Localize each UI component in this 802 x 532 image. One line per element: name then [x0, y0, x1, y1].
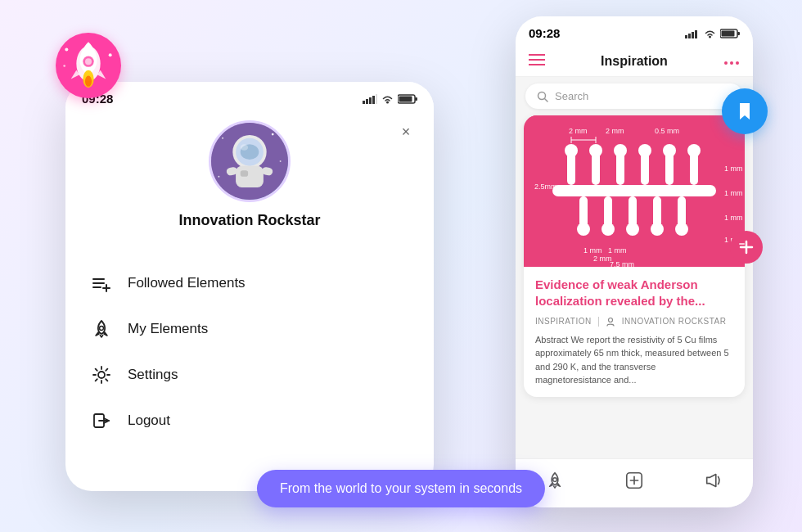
status-icons-left — [363, 94, 417, 104]
svg-point-64 — [638, 144, 651, 157]
svg-point-4 — [85, 75, 92, 86]
avatar — [209, 120, 291, 202]
svg-rect-42 — [695, 30, 697, 38]
svg-rect-39 — [685, 35, 687, 38]
svg-point-21 — [218, 176, 219, 178]
search-icon — [537, 91, 548, 102]
bookmark-icon — [733, 100, 756, 123]
dimension-diagram: 2 mm 2 mm 0.5 mm 2.5mm 1 mm 1 mm 1 mm 1 … — [524, 115, 745, 267]
nav-bar-right: Inspiration — [516, 47, 753, 77]
card-title: Evidence of weak Anderson localization r… — [535, 277, 733, 310]
more-icon[interactable] — [723, 54, 740, 69]
article-card: 2 mm 2 mm 0.5 mm 2.5mm 1 mm 1 mm 1 mm 1 … — [524, 115, 745, 397]
svg-point-62 — [614, 144, 627, 157]
svg-text:2 mm: 2 mm — [569, 127, 588, 135]
svg-rect-15 — [415, 97, 417, 101]
svg-point-2 — [85, 58, 92, 65]
rocket-menu-icon — [90, 318, 113, 340]
svg-point-5 — [65, 47, 68, 51]
svg-rect-10 — [369, 97, 372, 104]
card-content: Evidence of weak Anderson localization r… — [524, 267, 745, 397]
svg-rect-46 — [722, 30, 735, 36]
app-logo — [56, 33, 121, 98]
svg-rect-40 — [688, 34, 691, 38]
svg-point-6 — [109, 53, 112, 56]
card-category: INSPIRATION — [535, 317, 592, 326]
tab-announce[interactable] — [701, 467, 727, 494]
svg-point-68 — [687, 144, 701, 157]
time-right: 09:28 — [529, 26, 560, 40]
add-element-icon — [737, 238, 755, 256]
svg-point-35 — [100, 327, 104, 331]
svg-rect-11 — [372, 96, 375, 104]
list-plus-icon — [90, 272, 113, 295]
battery-icon — [398, 94, 417, 104]
tab-rocket[interactable] — [542, 467, 568, 494]
signal-icon — [363, 94, 377, 104]
close-button[interactable]: × — [394, 120, 417, 143]
svg-rect-26 — [241, 170, 248, 177]
svg-text:7.5 mm: 7.5 mm — [610, 260, 634, 267]
logout-label: Logout — [128, 413, 170, 429]
search-bar[interactable]: Search — [525, 83, 743, 109]
svg-point-13 — [386, 101, 389, 103]
svg-point-18 — [222, 138, 223, 139]
add-element-badge[interactable] — [730, 231, 763, 264]
svg-line-54 — [545, 98, 548, 101]
my-elements-label: My Elements — [128, 321, 208, 337]
menu-item-my-elements[interactable]: My Elements — [90, 306, 409, 352]
status-bar-right: 09:28 — [516, 16, 753, 47]
svg-point-70 — [577, 223, 590, 236]
hamburger-icon[interactable] — [529, 53, 545, 70]
meta-divider — [598, 317, 599, 327]
svg-text:1 mm: 1 mm — [583, 246, 602, 255]
nav-title: Inspiration — [601, 54, 668, 69]
svg-point-43 — [709, 35, 711, 38]
menu-item-logout[interactable]: Logout — [90, 398, 409, 444]
card-author: INNOVATION ROCKSTAR — [622, 317, 727, 326]
svg-text:2 mm: 2 mm — [606, 127, 624, 135]
svg-rect-41 — [692, 32, 694, 38]
svg-point-95 — [553, 477, 557, 481]
followed-elements-label: Followed Elements — [128, 275, 246, 291]
svg-point-7 — [63, 65, 65, 67]
svg-point-58 — [565, 144, 578, 157]
svg-point-74 — [626, 223, 639, 236]
svg-rect-25 — [236, 166, 264, 187]
tab-bar — [516, 458, 753, 507]
settings-label: Settings — [128, 367, 178, 383]
svg-text:1 mm: 1 mm — [724, 214, 743, 222]
logout-icon — [90, 409, 113, 432]
svg-point-76 — [651, 223, 664, 236]
svg-rect-45 — [737, 32, 740, 35]
avatar-image — [211, 123, 288, 200]
svg-point-29 — [241, 144, 248, 151]
svg-point-60 — [589, 144, 602, 157]
menu-item-followed[interactable]: Followed Elements — [90, 260, 409, 306]
menu-item-settings[interactable]: Settings — [90, 352, 409, 398]
author-icon — [606, 317, 615, 327]
card-abstract: Abstract We report the resistivity of 5 … — [535, 333, 733, 387]
status-icons-right — [685, 29, 740, 38]
phone-left: 09:28 — [65, 82, 434, 491]
toast-message: From the world to your system in seconds — [280, 481, 522, 495]
svg-rect-9 — [366, 99, 368, 104]
svg-text:2.5mm: 2.5mm — [534, 183, 557, 191]
svg-rect-8 — [363, 101, 365, 104]
svg-text:0.5 mm: 0.5 mm — [655, 127, 679, 135]
search-placeholder-text: Search — [555, 90, 588, 102]
svg-text:1 mm: 1 mm — [608, 246, 627, 255]
wifi-icon-right — [704, 29, 716, 38]
card-image: 2 mm 2 mm 0.5 mm 2.5mm 1 mm 1 mm 1 mm 1 … — [524, 115, 745, 267]
svg-text:1 mm: 1 mm — [724, 189, 743, 197]
toast-notification: From the world to your system in seconds — [257, 470, 545, 507]
svg-point-52 — [736, 61, 739, 65]
svg-point-36 — [98, 372, 105, 378]
bookmark-badge[interactable] — [722, 88, 768, 134]
phone-right: 09:28 — [516, 16, 753, 507]
svg-rect-16 — [399, 96, 412, 101]
profile-section: × — [65, 112, 434, 252]
svg-point-66 — [663, 144, 676, 157]
svg-point-20 — [280, 160, 282, 162]
tab-add[interactable] — [621, 467, 647, 494]
